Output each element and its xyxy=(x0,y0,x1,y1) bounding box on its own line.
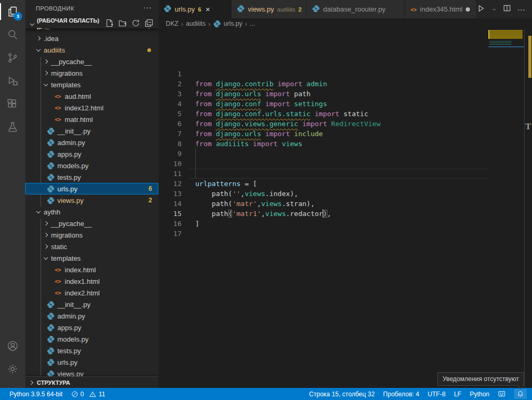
activity-item-explorer[interactable]: 3 xyxy=(0,0,25,23)
code-line[interactable]: 14 path('matr',views.stran), xyxy=(158,199,532,209)
minimap-line-mark xyxy=(488,46,524,47)
activity-item-run-debug[interactable] xyxy=(0,69,25,93)
code-line[interactable]: 7from django.urls import include xyxy=(158,129,532,139)
more-icon[interactable]: ··· xyxy=(517,5,525,14)
activity-item-testing[interactable] xyxy=(0,116,25,139)
code-line[interactable]: 15 path('matr1',views.redactor), xyxy=(158,209,532,219)
chevron-right-icon[interactable] xyxy=(44,59,48,64)
code-line[interactable]: 11 xyxy=(158,169,532,179)
code-line[interactable]: 3from django.urls import path xyxy=(158,89,532,99)
eol-item[interactable]: LF xyxy=(454,391,461,398)
chevron-right-icon[interactable] xyxy=(44,233,48,237)
tree-item-admin.py[interactable]: admin.py xyxy=(25,310,158,322)
tree-item-aud.html[interactable]: <>aud.html xyxy=(25,90,158,102)
tree-item-aythh[interactable]: aythh xyxy=(25,206,158,218)
tab-views.py[interactable]: views.pyaudiiits2 xyxy=(232,0,307,18)
tree-item-tests.py[interactable]: tests.py xyxy=(25,345,158,356)
minimap[interactable] xyxy=(488,30,524,377)
breadcrumb-item[interactable]: urls.py xyxy=(224,20,242,27)
chevron-right-icon[interactable] xyxy=(36,36,41,40)
tree-item-models.py[interactable]: models.py xyxy=(25,333,158,345)
cursor-position-item[interactable]: Строка 15, столбец 32 xyxy=(309,391,375,398)
tree-item-__init__.py[interactable]: __init__.py xyxy=(25,299,158,310)
tree-item-urls.py[interactable]: urls.py6 xyxy=(25,183,158,194)
refresh-icon[interactable] xyxy=(132,19,140,28)
activity-item-account[interactable] xyxy=(0,334,25,357)
tree-item-__init__.py[interactable]: __init__.py xyxy=(25,125,158,137)
tree-item-templates[interactable]: templates xyxy=(25,79,158,90)
tree-item-index12.html[interactable]: <>index12.html xyxy=(25,102,158,114)
activity-item-extensions[interactable] xyxy=(0,93,25,116)
code-line[interactable]: 1 xyxy=(158,69,532,79)
activity-item-search[interactable] xyxy=(0,23,25,46)
tree-item-index1.html[interactable]: <>index1.html xyxy=(25,275,158,287)
python-interpreter-item[interactable]: Python 3.9.5 64-bit xyxy=(9,391,63,398)
activity-item-settings[interactable] xyxy=(0,357,25,381)
code-area[interactable]: 12from django.contrib import admin3from … xyxy=(158,29,532,388)
tree-item-index2.html[interactable]: <>index2.html xyxy=(25,287,158,299)
breadcrumb-item[interactable]: ... xyxy=(250,20,255,27)
problems-item[interactable]: 0 11 xyxy=(71,391,105,398)
tree-item-matr.html[interactable]: <>matr.html xyxy=(25,114,158,125)
code-line[interactable]: 9 xyxy=(158,149,532,159)
chevron-down-icon[interactable] xyxy=(44,81,48,86)
workspace-section-header[interactable]: (РАБОЧАЯ ОБЛАСТЬ) ... xyxy=(25,18,158,28)
code-line[interactable]: 8from audiiits import views xyxy=(158,139,532,149)
chevron-right-icon[interactable] xyxy=(44,244,48,249)
code-line[interactable]: 17 xyxy=(158,229,532,239)
new-folder-icon[interactable] xyxy=(118,19,127,28)
encoding-item[interactable]: UTF-8 xyxy=(428,391,446,398)
code-line[interactable]: 10 xyxy=(158,159,532,169)
breadcrumb-item[interactable]: audiiits xyxy=(186,20,205,27)
code-line[interactable]: 4from django.conf import settings xyxy=(158,99,532,109)
tree-item-static[interactable]: static xyxy=(25,241,158,252)
tab-index345.html[interactable]: <>index345.html xyxy=(405,0,477,18)
feedback-icon[interactable] xyxy=(498,390,506,398)
language-mode-item[interactable]: Python xyxy=(470,391,489,398)
tree-item-index.html[interactable]: <>index.html xyxy=(25,264,158,275)
chevron-right-icon[interactable] xyxy=(44,71,48,75)
chevron-down-icon[interactable] xyxy=(36,47,41,51)
code-line[interactable]: 2from django.contrib import admin xyxy=(158,79,532,89)
outline-section-header[interactable]: СТРУКТУРА xyxy=(25,376,158,388)
code-line[interactable]: 6from django.views.generic import Redire… xyxy=(158,119,532,129)
notifications-bell-icon[interactable] xyxy=(514,389,527,399)
collapse-all-icon[interactable] xyxy=(145,19,153,28)
explorer-more-icon[interactable]: ··· xyxy=(143,3,152,12)
tree-item-__pycache__[interactable]: __pycache__ xyxy=(25,218,158,229)
code-line[interactable]: 12urlpatterns = [ xyxy=(158,179,532,189)
chevron-down-icon[interactable] xyxy=(44,255,48,259)
tree-item-apps.py[interactable]: apps.py xyxy=(25,148,158,160)
new-file-icon[interactable] xyxy=(105,19,114,28)
split-editor-icon[interactable] xyxy=(503,4,511,14)
tree-item-audiiits[interactable]: audiiits xyxy=(25,44,158,56)
tree-item-tests.py[interactable]: tests.py xyxy=(25,171,158,183)
run-dropdown-icon[interactable] xyxy=(491,5,497,14)
tab-database_roouter.py[interactable]: database_roouter.py xyxy=(307,0,405,18)
run-icon[interactable] xyxy=(477,4,485,15)
tab-urls.py[interactable]: urls.py6× xyxy=(158,0,232,18)
code-line[interactable]: 16] xyxy=(158,219,532,229)
activity-item-source-control[interactable] xyxy=(0,46,25,69)
tree-item-models.py[interactable]: models.py xyxy=(25,160,158,171)
chevron-down-icon[interactable] xyxy=(36,209,41,213)
tree-item-templates[interactable]: templates xyxy=(25,252,158,264)
python-icon xyxy=(46,173,55,181)
tree-item-migrations[interactable]: migrations xyxy=(25,67,158,79)
indentation-item[interactable]: Пробелов: 4 xyxy=(383,391,419,398)
tree-item-migrations[interactable]: migrations xyxy=(25,229,158,241)
code-line[interactable]: 5from django.conf.urls.static import sta… xyxy=(158,109,532,119)
breadcrumb-item[interactable]: DKZ xyxy=(166,20,178,27)
breadcrumb[interactable]: DKZ›audiiits›urls.py›... xyxy=(158,18,532,29)
tree-item-.idea[interactable]: .idea xyxy=(25,33,158,44)
tree-item-apps.py[interactable]: apps.py xyxy=(25,322,158,333)
chevron-right-icon[interactable] xyxy=(44,221,48,225)
code-line[interactable]: 13 path('',views.index), xyxy=(158,189,532,199)
overview-ruler[interactable]: T xyxy=(524,29,532,388)
tree-item-urls.py[interactable]: urls.py xyxy=(25,356,158,368)
tree-item-__pycache__[interactable]: __pycache__ xyxy=(25,56,158,67)
tree-item-admin.py[interactable]: admin.py xyxy=(25,137,158,148)
dirty-indicator[interactable] xyxy=(466,7,470,12)
tree-item-views.py[interactable]: views.py2 xyxy=(25,194,158,206)
close-icon[interactable]: × xyxy=(205,5,210,13)
